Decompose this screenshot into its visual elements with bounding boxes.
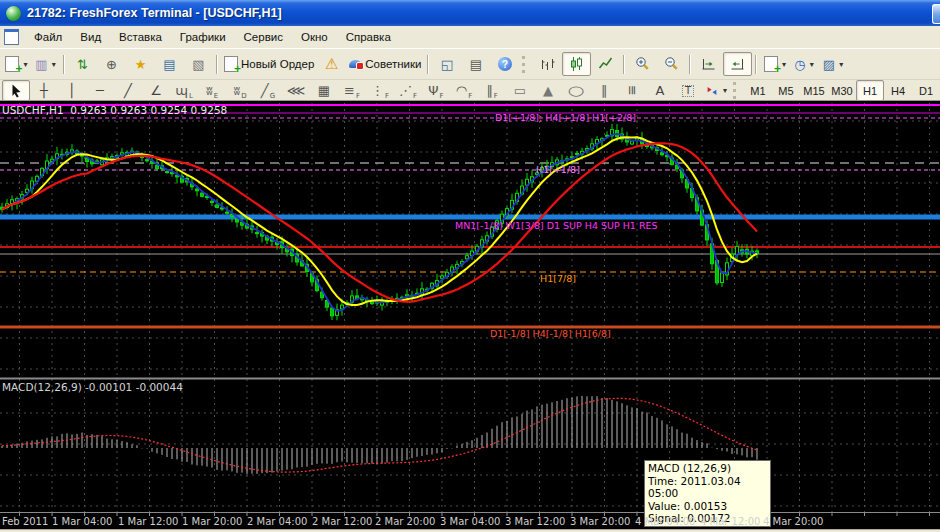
menu-bar: ФайлВидВставкаГрафикиСервисОкноСправка [0,26,940,49]
market-watch-button[interactable]: ⇅ [68,52,97,76]
timeframe-m30-button[interactable]: M30 [828,80,856,101]
expert-hat-icon [349,60,362,68]
fibo-channel-icon: ∥ [486,84,493,97]
templates-icon: ▨ [823,58,835,71]
price-chart-canvas[interactable]: D1[+1/8]; H4[+1/8] H1[+2/8]H1[+1/8]MN1[-… [0,101,940,532]
templates-button[interactable]: ▨▾ [818,52,847,76]
dropdown-arrow-icon: ▾ [723,86,727,95]
cursor-button[interactable] [2,80,30,101]
chart-area: D1[+1/8]; H4[+1/8] H1[+2/8]H1[+1/8]MN1[-… [0,100,940,532]
fibo-retracement-button[interactable]: ≡F [338,80,366,101]
chart-candlesticks-button[interactable] [562,52,591,76]
periods-button[interactable]: ◷▾ [789,52,818,76]
icon-subscript: F [468,92,472,100]
menu-item-insert[interactable]: Вставка [110,28,171,46]
time-axis-label: 2 Mar 04:00 [247,516,307,527]
window-control-partial-button[interactable] [932,4,940,24]
icon-subscript: D [241,92,246,100]
indicators-list-button[interactable]: +▾ [760,52,789,76]
timeframe-h4-button[interactable]: H4 [884,80,912,101]
ellipse-shape-button[interactable]: ○ [562,80,590,101]
gann-line-button[interactable]: ╱G [254,80,282,101]
help-topics-button[interactable]: ? [490,52,519,76]
gann-fan-icon: ⋘ [287,84,306,97]
timeframe-m15-button[interactable]: M15 [800,80,828,101]
full-screen-icon: ◱ [441,58,453,71]
arrow-label-button[interactable]: A [646,80,674,101]
new-chart-button[interactable]: +▾ [2,52,31,76]
profiles-button[interactable]: ▥▾ [31,52,60,76]
arrow-tools-button[interactable]: ▾ [702,80,730,101]
toolbar-line-studies: ┼│─╱∠ɰLʬEʬD╱G⋘▦≡F⋮F⋰FΨF◠F∥F▭▲○∥≡AT▾M1M5M… [0,80,940,102]
market-watch-icon: ⇅ [77,58,88,71]
chart-shift-button[interactable] [723,52,752,76]
new-order-button[interactable]: +Новый Ордер [221,52,317,76]
fibo-channel-button[interactable]: ∥F [478,80,506,101]
toolbar-gripper[interactable] [733,82,739,99]
timeframe-d1-button[interactable]: D1 [912,80,940,101]
toolbar-separator [216,55,218,74]
gann-fan-button[interactable]: ⋘ [282,80,310,101]
vertical-line-button[interactable]: │ [58,80,86,101]
toolbar-separator [623,55,625,74]
strategy-tester-button[interactable]: ▧ [184,52,213,76]
vertical-pattern-icon: ≡ [626,85,639,96]
menu-item-window[interactable]: Окно [292,28,337,46]
timeframe-m1-button[interactable]: M1 [744,80,772,101]
fibo-expansion-button[interactable]: ʬE [198,80,226,101]
toolbar-gripper[interactable] [522,56,528,73]
toolbar-separator [689,55,691,74]
icon-subscript: G [270,92,275,100]
svg-text:D1[+1/8]; H4[+1/8] H1[+2/8]: D1[+1/8]; H4[+1/8] H1[+2/8] [495,112,636,123]
time-axis-label: 3 Mar 20:00 [570,516,630,527]
gann-grid-icon: ▦ [318,84,330,97]
navigator-icon: ★ [135,58,147,71]
timeframe-h1-button[interactable]: H1 [856,80,884,101]
gann-grid-button[interactable]: ▦ [310,80,338,101]
icon-subscript: F [494,92,498,100]
time-axis[interactable]: Feb 20111 Mar 04:001 Mar 12:001 Mar 20:0… [0,514,940,529]
fibo-time-zones-button[interactable]: ⋮F [366,80,394,101]
full-screen-button[interactable]: ◱ [432,52,461,76]
metaeditor-button[interactable]: ⚠ [317,52,346,76]
menu-item-charts[interactable]: Графики [171,28,235,46]
trendline-button[interactable]: ╱ [114,80,142,101]
parallel-channel-button[interactable]: ∥ [590,80,618,101]
fibo-fan-button[interactable]: ⋰F [394,80,422,101]
navigator-button[interactable]: ★ [126,52,155,76]
chart-line-button[interactable] [591,52,620,76]
text-label-icon: T [682,85,694,97]
periods-icon: ◷ [794,58,805,71]
timeframe-m5-button[interactable]: M5 [772,80,800,101]
crosshair-button[interactable]: ┼ [30,80,58,101]
menu-item-file[interactable]: Файл [25,28,71,46]
triangle-shape-button[interactable]: ▲ [534,80,562,101]
text-label-button[interactable]: T [674,80,702,101]
menu-item-service[interactable]: Сервис [235,28,292,46]
chart-bars-button[interactable] [533,52,562,76]
rectangle-shape-button[interactable]: ▭ [506,80,534,101]
fibo-arcs-button[interactable]: ◠F [450,80,478,101]
icon-subscript: F [356,92,360,100]
menu-item-help[interactable]: Справка [337,28,400,46]
print-button[interactable]: ▤ [461,52,490,76]
trendline-by-angle-button[interactable]: ∠ [142,80,170,101]
zoom-in-button[interactable] [628,52,657,76]
vertical-pattern-button[interactable]: ≡ [618,80,646,101]
expert-advisors-button[interactable]: Советники [346,52,424,76]
fibo-expansion-d-icon: ʬ [233,84,240,97]
fibo-expansion-d-button[interactable]: ʬD [226,80,254,101]
expert-advisors-label: Советники [365,58,421,70]
auto-scroll-button[interactable] [694,52,723,76]
terminal-button[interactable]: ▤ [155,52,184,76]
cycle-lines-button[interactable]: ɰL [170,80,198,101]
app-icon [6,6,21,21]
dropdown-arrow-icon: ▾ [23,60,27,69]
menu-item-view[interactable]: Вид [71,28,110,46]
horizontal-line-button[interactable]: ─ [86,80,114,101]
chart-window-icon [4,29,19,45]
andrews-pitchfork-button[interactable]: ΨF [422,80,450,101]
data-window-button[interactable]: ⊕ [97,52,126,76]
zoom-out-button[interactable] [657,52,686,76]
time-axis-label: 2 Mar 20:00 [375,516,435,527]
